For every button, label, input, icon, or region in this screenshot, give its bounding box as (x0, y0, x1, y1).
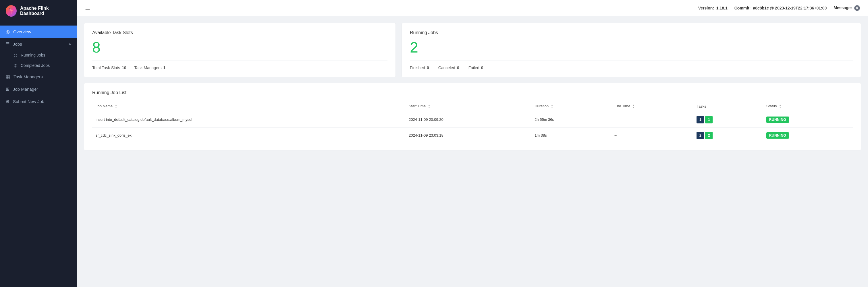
topbar-left: ☰ (85, 5, 90, 11)
running-jobs-stats: Finished 0 Canceled 0 Failed 0 (410, 65, 853, 70)
status-badge-0: RUNNING (766, 117, 789, 123)
task-badge-green-0: 1 (705, 116, 713, 123)
finished-value: 0 (427, 65, 429, 70)
sidebar-logo: 🦩 Apache Flink Dashboard (0, 0, 77, 22)
commit-value: a8c8b1c @ 2023-12-19T22:17:36+01:00 (753, 6, 827, 10)
tasks-cell-1: 2 2 (693, 127, 763, 143)
job-table-header: Job Name ▲▼ Start Time ▲▼ Duration ▲▼ (92, 101, 853, 111)
version-label: Version: (698, 6, 714, 10)
sort-status-icon: ▲▼ (779, 104, 781, 109)
sidebar-item-label-completed-jobs: Completed Jobs (21, 63, 50, 68)
submit-job-icon: ⊕ (6, 99, 9, 104)
sidebar-item-task-managers[interactable]: ▦ Task Managers (0, 71, 77, 83)
sidebar-item-label-jobs: Jobs (13, 42, 22, 46)
running-jobs-card: Running Jobs 2 Finished 0 Canceled 0 Fai… (402, 23, 861, 77)
sidebar-section-jobs: ☰ Jobs ∧ ◎ Running Jobs ◎ Completed Jobs (0, 38, 77, 71)
failed-value: 0 (481, 65, 484, 70)
job-table-body: insert-into_default_catalog.default_data… (92, 111, 853, 143)
canceled-stat: Canceled 0 (438, 65, 459, 70)
version-info: Version: 1.18.1 (698, 6, 727, 10)
sidebar-item-label-overview: Overview (13, 29, 31, 34)
col-duration[interactable]: Duration ▲▼ (531, 101, 611, 111)
topbar-right: Version: 1.18.1 Commit: a8c8b1c @ 2023-1… (698, 5, 860, 11)
jobs-icon: ☰ (6, 41, 9, 46)
sidebar-item-label-task-managers: Task Managers (13, 74, 43, 79)
job-list-card: Running Job List Job Name ▲▼ Start Time … (84, 83, 861, 150)
start-time-cell-1: 2024-11-09 23:03:18 (405, 127, 531, 143)
sidebar-item-overview[interactable]: ◎ Overview (0, 26, 77, 38)
col-start-time[interactable]: Start Time ▲▼ (405, 101, 531, 111)
col-tasks[interactable]: Tasks (693, 101, 763, 111)
task-slots-card: Available Task Slots 8 Total Task Slots … (84, 23, 396, 77)
task-managers-stat: Task Managers 1 (134, 65, 166, 70)
col-end-time[interactable]: End Time ▲▼ (611, 101, 693, 111)
canceled-value: 0 (457, 65, 459, 70)
task-slots-number: 8 (92, 40, 388, 55)
duration-cell-1: 1m 38s (531, 127, 611, 143)
sidebar-item-running-jobs[interactable]: ◎ Running Jobs (0, 50, 77, 60)
col-job-name[interactable]: Job Name ▲▼ (92, 101, 405, 111)
failed-label: Failed (468, 65, 479, 70)
end-time-cell-1: – (611, 127, 693, 143)
start-time-cell-0: 2024-11-09 20:09:20 (405, 111, 531, 127)
running-jobs-number: 2 (410, 40, 853, 55)
content-area: Available Task Slots 8 Total Task Slots … (77, 16, 868, 287)
job-table: Job Name ▲▼ Start Time ▲▼ Duration ▲▼ (92, 101, 853, 143)
job-name-cell-0: insert-into_default_catalog.default_data… (92, 111, 405, 127)
task-slots-title: Available Task Slots (92, 30, 388, 35)
main-area: ☰ Version: 1.18.1 Commit: a8c8b1c @ 2023… (77, 0, 868, 287)
logo-icon: 🦩 (6, 5, 17, 17)
failed-stat: Failed 0 (468, 65, 484, 70)
sort-job-name-icon: ▲▼ (115, 104, 117, 109)
sidebar-item-completed-jobs[interactable]: ◎ Completed Jobs (0, 60, 77, 71)
sidebar-nav: ◎ Overview ☰ Jobs ∧ ◎ Running Jobs ◎ Com… (0, 22, 77, 287)
table-row[interactable]: insert-into_default_catalog.default_data… (92, 111, 853, 127)
sidebar-item-submit-new-job[interactable]: ⊕ Submit New Job (0, 95, 77, 108)
running-jobs-title: Running Jobs (410, 30, 853, 35)
total-task-slots-stat: Total Task Slots 10 (92, 65, 126, 70)
message-value: 0 (854, 5, 860, 11)
message-info: Message: 0 (834, 5, 860, 11)
task-managers-label: Task Managers (134, 65, 162, 70)
version-value: 1.18.1 (716, 6, 727, 10)
overview-icon: ◎ (6, 29, 10, 34)
job-manager-icon: ⊞ (6, 86, 9, 92)
duration-cell-0: 2h 55m 36s (531, 111, 611, 127)
status-badge-1: RUNNING (766, 132, 789, 139)
running-jobs-divider (410, 61, 853, 61)
running-jobs-icon: ◎ (14, 53, 17, 57)
commit-label: Commit: (735, 6, 751, 10)
commit-info: Commit: a8c8b1c @ 2023-12-19T22:17:36+01… (735, 6, 827, 10)
task-managers-value: 1 (163, 65, 166, 70)
status-cell-1: RUNNING (763, 127, 853, 143)
jobs-chevron-icon: ∧ (69, 42, 71, 46)
hamburger-icon[interactable]: ☰ (85, 5, 90, 11)
sidebar-item-job-manager[interactable]: ⊞ Job Manager (0, 83, 77, 95)
sort-duration-icon: ▲▼ (551, 104, 553, 109)
task-badge-blue-1: 2 (696, 132, 704, 139)
sidebar-sub-items-jobs: ◎ Running Jobs ◎ Completed Jobs (0, 50, 77, 71)
cards-row: Available Task Slots 8 Total Task Slots … (84, 23, 861, 77)
end-time-cell-0: – (611, 111, 693, 127)
status-cell-0: RUNNING (763, 111, 853, 127)
canceled-label: Canceled (438, 65, 455, 70)
sidebar-item-jobs[interactable]: ☰ Jobs ∧ (0, 38, 77, 50)
completed-jobs-icon: ◎ (14, 63, 17, 68)
task-managers-icon: ▦ (6, 74, 10, 79)
card-divider (92, 61, 388, 61)
topbar: ☰ Version: 1.18.1 Commit: a8c8b1c @ 2023… (77, 0, 868, 16)
sidebar-item-label-submit-new-job: Submit New Job (13, 99, 44, 104)
job-list-title: Running Job List (92, 90, 853, 95)
job-name-cell-1: sr_cdc_sink_doris_ex (92, 127, 405, 143)
col-status[interactable]: Status ▲▼ (763, 101, 853, 111)
task-slots-stats: Total Task Slots 10 Task Managers 1 (92, 65, 388, 70)
message-label: Message: (834, 5, 852, 10)
sort-start-time-icon: ▲▼ (428, 104, 430, 109)
table-row[interactable]: sr_cdc_sink_doris_ex 2024-11-09 23:03:18… (92, 127, 853, 143)
sort-end-time-icon: ▲▼ (632, 104, 635, 109)
task-badge-green-1: 2 (705, 132, 713, 139)
finished-stat: Finished 0 (410, 65, 429, 70)
sidebar: 🦩 Apache Flink Dashboard ◎ Overview ☰ Jo… (0, 0, 77, 287)
sidebar-item-label-running-jobs: Running Jobs (21, 53, 45, 57)
app-title: Apache Flink Dashboard (20, 6, 71, 16)
